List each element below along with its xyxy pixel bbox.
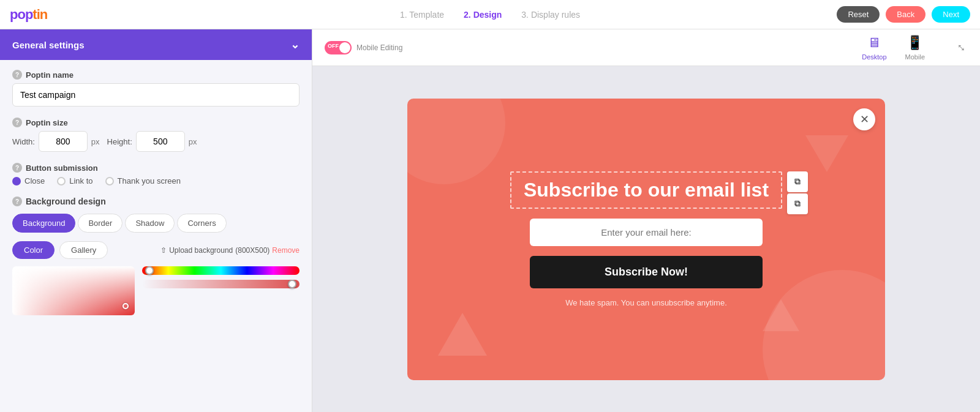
button-submission-group: ? Button submission Close Link to Thank … xyxy=(12,163,300,185)
right-panel: OFF Mobile Editing 🖥 Desktop 📱 Mobile ↔ xyxy=(312,29,980,412)
copy-icon-button[interactable]: ⧉ xyxy=(787,171,808,192)
radio-group: Close Link to Thank you screen xyxy=(12,176,300,185)
radio-link-to[interactable]: Link to xyxy=(57,176,92,185)
desktop-device-btn[interactable]: 🖥 Desktop xyxy=(862,35,886,61)
top-nav: poptin 1. Template 2. Design 3. Display … xyxy=(0,0,980,29)
preview-toolbar: OFF Mobile Editing 🖥 Desktop 📱 Mobile ↔ xyxy=(312,29,980,66)
mobile-editing-toggle[interactable]: OFF xyxy=(325,41,352,54)
height-input[interactable] xyxy=(136,131,185,152)
popup-spam-text: We hate spam. You can unsubscribe anytim… xyxy=(565,298,727,307)
general-settings-header[interactable]: General settings ⌄ xyxy=(0,29,312,60)
hue-slider-thumb[interactable] xyxy=(145,266,154,275)
mobile-icon: 📱 xyxy=(907,35,923,51)
remove-label[interactable]: Remove xyxy=(272,246,300,255)
tab-border[interactable]: Border xyxy=(78,214,123,233)
nav-actions: Reset Back Next xyxy=(837,6,970,23)
general-settings-label: General settings xyxy=(12,40,85,50)
device-icons: 🖥 Desktop 📱 Mobile xyxy=(862,35,925,61)
radio-thank-you[interactable]: Thank you screen xyxy=(105,176,181,185)
popup-title: Subscribe to our email list xyxy=(524,179,769,201)
mobile-label: Mobile xyxy=(905,53,925,61)
popup-title-box[interactable]: Subscribe to our email list xyxy=(510,171,782,209)
color-gradient[interactable] xyxy=(12,266,135,315)
popup-title-wrapper: Subscribe to our email list ⧉ ⧉ xyxy=(510,171,782,209)
desktop-icon: 🖥 xyxy=(867,35,881,51)
left-panel: General settings ⌄ ? Poptin name ? Popti… xyxy=(0,29,312,412)
mobile-device-btn[interactable]: 📱 Mobile xyxy=(905,35,925,61)
alpha-slider-thumb[interactable] xyxy=(288,280,296,288)
toggle-switch-thumb xyxy=(339,42,350,53)
deco-triangle-3 xyxy=(805,135,848,172)
main-layout: General settings ⌄ ? Poptin name ? Popti… xyxy=(0,29,980,412)
tab-background[interactable]: Background xyxy=(12,214,75,233)
width-input[interactable] xyxy=(39,131,88,152)
hue-slider[interactable] xyxy=(142,266,300,275)
color-toggle-button[interactable]: Color xyxy=(12,241,55,259)
height-px-label: px xyxy=(189,137,197,146)
tab-shadow[interactable]: Shadow xyxy=(125,214,175,233)
tab-corners[interactable]: Corners xyxy=(177,214,226,233)
step-template[interactable]: 1. Template xyxy=(400,10,444,20)
preview-area: ✕ Subscribe to our email list ⧉ ⧉ Subscr… xyxy=(312,66,980,412)
radio-close-dot xyxy=(12,177,21,185)
radio-close[interactable]: Close xyxy=(12,176,45,185)
size-row: Width: px Height: px xyxy=(12,131,300,152)
next-button[interactable]: Next xyxy=(932,6,970,23)
poptin-size-label: ? Poptin size xyxy=(12,118,300,127)
color-sliders xyxy=(142,266,300,315)
background-design-tabs: Background Border Shadow Corners xyxy=(12,214,300,233)
poptin-name-group: ? Poptin name xyxy=(12,70,300,107)
logo-text: poptin xyxy=(10,7,47,22)
logo: poptin xyxy=(10,7,47,23)
popup-container: ✕ Subscribe to our email list ⧉ ⧉ Subscr… xyxy=(407,99,885,380)
popup-subscribe-button[interactable]: Subscribe Now! xyxy=(530,256,763,288)
background-design-title: ? Background design xyxy=(12,197,300,206)
step-display-rules[interactable]: 3. Display rules xyxy=(521,10,580,20)
deco-triangle-1 xyxy=(438,313,487,356)
alpha-slider[interactable] xyxy=(142,280,300,288)
radio-thank-you-dot xyxy=(105,177,114,185)
poptin-name-label: ? Poptin name xyxy=(12,70,300,80)
height-field: Height: px xyxy=(107,131,197,152)
mobile-editing-label: Mobile Editing xyxy=(356,43,402,52)
color-gradient-dot[interactable] xyxy=(123,303,129,309)
chevron-down-icon: ⌄ xyxy=(290,38,300,51)
width-field: Width: px xyxy=(12,131,100,152)
expand-icon[interactable]: ↔ xyxy=(952,38,971,56)
desktop-label: Desktop xyxy=(862,53,886,61)
mobile-editing-section: OFF Mobile Editing xyxy=(325,41,402,54)
back-button[interactable]: Back xyxy=(886,6,925,23)
popup-email-input[interactable] xyxy=(530,219,763,246)
width-label: Width: xyxy=(12,137,35,146)
color-picker-area xyxy=(12,266,300,315)
upload-background-link[interactable]: ⇧ Upload background (800X500) Remove xyxy=(160,246,300,255)
resize-icon-button[interactable]: ⧉ xyxy=(787,193,808,214)
panel-content: ? Poptin name ? Poptin size Width: px xyxy=(0,60,312,336)
color-gallery-toggle: Color Gallery ⇧ Upload background (800X5… xyxy=(12,241,300,259)
nav-steps: 1. Template 2. Design 3. Display rules xyxy=(400,10,580,20)
deco-triangle-2 xyxy=(763,299,799,331)
upload-icon: ⇧ xyxy=(160,246,167,255)
step-design[interactable]: 2. Design xyxy=(464,10,502,20)
poptin-name-help-icon[interactable]: ? xyxy=(12,70,22,80)
poptin-size-group: ? Poptin size Width: px Height: px xyxy=(12,118,300,152)
background-design-group: ? Background design Background Border Sh… xyxy=(12,197,300,315)
width-px-label: px xyxy=(91,137,100,146)
popup-close-button[interactable]: ✕ xyxy=(853,108,875,130)
upload-bg-size: (800X500) xyxy=(235,246,270,255)
poptin-size-help-icon[interactable]: ? xyxy=(12,118,22,127)
upload-bg-label: Upload background xyxy=(169,246,233,255)
button-submission-label: ? Button submission xyxy=(12,163,300,173)
reset-button[interactable]: Reset xyxy=(837,6,880,23)
toggle-off-label: OFF xyxy=(328,43,339,49)
height-label: Height: xyxy=(107,137,132,146)
radio-link-to-dot xyxy=(57,177,66,185)
gallery-toggle-button[interactable]: Gallery xyxy=(59,241,108,259)
button-submission-help-icon[interactable]: ? xyxy=(12,163,22,173)
background-design-help-icon[interactable]: ? xyxy=(12,197,22,206)
poptin-name-input[interactable] xyxy=(12,83,300,107)
popup-action-icons: ⧉ ⧉ xyxy=(787,171,808,214)
